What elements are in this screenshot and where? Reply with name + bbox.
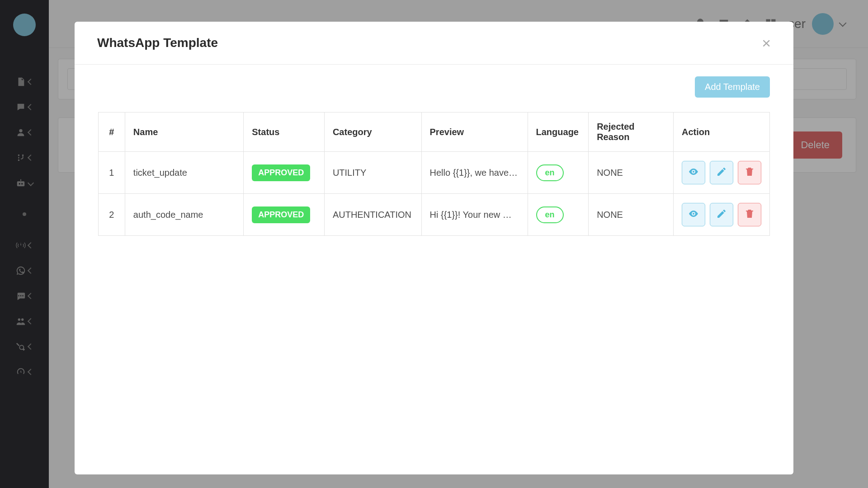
col-name: Name xyxy=(125,113,243,152)
col-action: Action xyxy=(673,113,769,152)
modal-overlay: WhatsApp Template × Add Template # Name … xyxy=(0,0,868,488)
cell-language: en xyxy=(528,194,589,236)
close-icon: × xyxy=(762,34,771,52)
delete-row-button[interactable] xyxy=(738,161,761,184)
cell-status: APPROVED xyxy=(244,152,325,194)
add-template-button[interactable]: Add Template xyxy=(695,76,770,98)
trash-icon xyxy=(744,166,755,179)
cell-rejected: NONE xyxy=(589,194,674,236)
whatsapp-template-modal: WhatsApp Template × Add Template # Name … xyxy=(75,22,793,474)
cell-language: en xyxy=(528,152,589,194)
eye-icon xyxy=(688,166,699,179)
cell-name: auth_code_name xyxy=(125,194,243,236)
col-status: Status xyxy=(244,113,325,152)
language-badge: en xyxy=(536,164,564,181)
col-category: Category xyxy=(324,113,421,152)
cell-status: APPROVED xyxy=(244,194,325,236)
table-header-row: # Name Status Category Preview Language … xyxy=(99,113,770,152)
cell-actions xyxy=(673,152,769,194)
delete-row-button[interactable] xyxy=(738,203,761,226)
view-button[interactable] xyxy=(682,161,705,184)
trash-icon xyxy=(744,208,755,221)
col-preview: Preview xyxy=(421,113,528,152)
eye-icon xyxy=(688,208,699,221)
cell-rejected: NONE xyxy=(589,152,674,194)
cell-preview: Hello {{1}}, we have … xyxy=(421,152,528,194)
cell-category: UTILITY xyxy=(324,152,421,194)
pencil-icon xyxy=(716,166,727,179)
cell-actions xyxy=(673,194,769,236)
pencil-icon xyxy=(716,208,727,221)
language-badge: en xyxy=(536,206,564,223)
cell-preview: Hi {{1}}! Your new … xyxy=(421,194,528,236)
status-badge: APPROVED xyxy=(252,164,310,181)
status-badge: APPROVED xyxy=(252,206,310,223)
table-row: 1ticket_updateAPPROVEDUTILITYHello {{1}}… xyxy=(99,152,770,194)
close-button[interactable]: × xyxy=(762,35,771,51)
templates-table: # Name Status Category Preview Language … xyxy=(98,112,770,236)
cell-category: AUTHENTICATION xyxy=(324,194,421,236)
cell-index: 2 xyxy=(99,194,125,236)
modal-header: WhatsApp Template × xyxy=(75,22,793,65)
col-rejected: Rejected Reason xyxy=(589,113,674,152)
col-language: Language xyxy=(528,113,589,152)
col-index: # xyxy=(99,113,125,152)
modal-title: WhatsApp Template xyxy=(97,36,218,50)
edit-button[interactable] xyxy=(710,161,733,184)
table-row: 2auth_code_nameAPPROVEDAUTHENTICATIONHi … xyxy=(99,194,770,236)
edit-button[interactable] xyxy=(710,203,733,226)
cell-index: 1 xyxy=(99,152,125,194)
cell-name: ticket_update xyxy=(125,152,243,194)
view-button[interactable] xyxy=(682,203,705,226)
